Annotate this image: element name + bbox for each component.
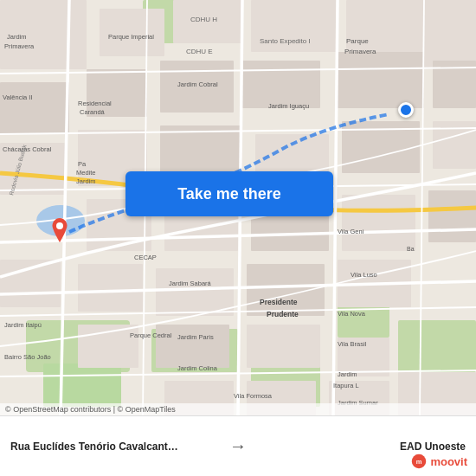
svg-text:Residencial: Residencial (78, 100, 112, 107)
svg-rect-17 (338, 52, 424, 108)
svg-text:Vila Luso: Vila Luso (351, 271, 377, 279)
svg-rect-21 (160, 125, 242, 177)
svg-text:Parque Imperial: Parque Imperial (108, 33, 154, 41)
svg-text:Carandá: Carandá (80, 108, 106, 116)
svg-text:Jardim: Jardim (76, 177, 96, 185)
svg-text:Jardim Cobral: Jardim Cobral (177, 80, 218, 88)
svg-text:Vila Brasil: Vila Brasil (338, 340, 367, 348)
origin-marker (50, 218, 69, 242)
svg-text:Pa: Pa (78, 160, 87, 168)
svg-text:Parque: Parque (346, 37, 369, 45)
route-to: EAD Unoeste (400, 441, 466, 453)
svg-text:Jardim: Jardim (7, 33, 27, 41)
svg-text:Valência II: Valência II (3, 93, 32, 101)
svg-rect-31 (156, 268, 234, 316)
moovit-icon: m (411, 453, 427, 469)
svg-rect-37 (247, 325, 320, 368)
svg-text:Vila Formosa: Vila Formosa (234, 392, 273, 400)
svg-rect-29 (428, 190, 476, 242)
svg-rect-16 (242, 61, 320, 108)
svg-text:Ba: Ba (407, 246, 415, 252)
moovit-logo: m moovit (411, 453, 467, 469)
svg-text:Prudente: Prudente (267, 310, 299, 318)
map-view: CDHU H CDHU E Santo Expedito I Jardim Pr… (0, 0, 476, 415)
svg-text:CDHU H: CDHU H (190, 16, 217, 23)
svg-text:m: m (416, 458, 422, 466)
svg-rect-13 (0, 82, 69, 134)
svg-point-92 (56, 222, 63, 229)
svg-text:Santo Expedito I: Santo Expedito I (260, 37, 311, 45)
take-me-there-button[interactable]: Take me there (125, 171, 333, 216)
svg-text:Presidente: Presidente (260, 298, 298, 306)
svg-text:Jardim Iguaçu: Jardim Iguaçu (268, 102, 309, 110)
map-attribution: © OpenStreetMap contributors | © OpenMap… (0, 403, 476, 415)
svg-text:Primavera: Primavera (4, 42, 35, 50)
svg-text:Primavera: Primavera (344, 48, 376, 55)
svg-text:Jardim Itaipú: Jardim Itaipú (4, 321, 42, 329)
svg-text:Bairro São João: Bairro São João (4, 353, 51, 361)
svg-rect-30 (78, 264, 143, 312)
svg-text:CECAP: CECAP (134, 254, 157, 261)
arrow-symbol: → (229, 436, 247, 456)
destination-marker (398, 102, 414, 118)
svg-text:Jardim Paris: Jardim Paris (177, 333, 214, 341)
svg-text:Medite: Medite (76, 169, 96, 177)
svg-rect-28 (342, 195, 415, 251)
svg-text:Jardim Colina: Jardim Colina (177, 364, 218, 372)
svg-text:Vila Nova: Vila Nova (338, 310, 366, 318)
svg-rect-4 (398, 320, 476, 372)
attribution-text: © OpenStreetMap contributors | © OpenMap… (5, 405, 176, 414)
svg-text:Itapura L: Itapura L (333, 382, 359, 389)
svg-text:CDHU E: CDHU E (186, 48, 213, 55)
svg-text:Chácaras Cobral: Chácaras Cobral (3, 145, 52, 153)
bottom-bar: Rua Euclídes Tenório Cavalcante, 88 → EA… (0, 415, 476, 476)
svg-rect-7 (43, 363, 121, 407)
svg-text:Parque Cedral: Parque Cedral (130, 331, 172, 339)
route-from: Rua Euclídes Tenório Cavalcante, 88 (10, 441, 183, 453)
route-arrow-icon: → (221, 436, 255, 456)
moovit-text: moovit (430, 455, 467, 468)
svg-text:Jardim: Jardim (338, 370, 357, 378)
svg-text:Jardim Sabará: Jardim Sabará (169, 280, 212, 287)
svg-text:Vila Geni: Vila Geni (338, 228, 364, 235)
